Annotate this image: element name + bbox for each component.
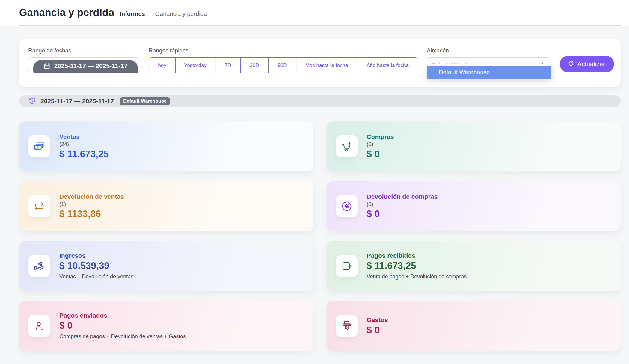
card-body: Gastos $ 0 xyxy=(367,316,388,336)
card-subtitle: Venta de pagos + Devolución de compras xyxy=(367,274,467,280)
quick-range-7d-button[interactable]: 7D xyxy=(215,58,241,73)
filter-panel: Rango de fechas 2025-11-17 — 2025-11-17 … xyxy=(19,39,621,87)
quick-ranges-button-group: hoy Yesterday 7D 30D 90D Mes hasta la fe… xyxy=(149,57,418,73)
card-body: Ingresos $ 10.539,39 Ventas – Devolución… xyxy=(59,252,133,280)
card-subtitle: Compras de pagos + Devolución de ventas … xyxy=(59,333,186,340)
date-range-label: Rango de fechas xyxy=(28,47,140,54)
receipt-printer-icon: $ xyxy=(336,315,358,337)
card-ventas: $ Ventas (24) $ 11.673,25 xyxy=(19,121,313,171)
summary-warehouse-badge: Default Warehouse xyxy=(120,97,170,105)
quick-range-hoy-button[interactable]: hoy xyxy=(149,58,176,73)
card-body: Pagos recibidos $ 11.673,25 Venta de pag… xyxy=(367,252,467,280)
breadcrumb-parent[interactable]: Informes xyxy=(120,10,145,17)
card-amount: $ 11.673,25 xyxy=(367,260,467,271)
card-body: Compras (0) $ 0 xyxy=(367,133,394,160)
svg-text:$: $ xyxy=(346,326,347,329)
card-body: Devolución de ventas (1) $ 1133,86 xyxy=(59,193,124,219)
card-amount: $ 1133,86 xyxy=(59,209,124,219)
card-title: Pagos enviados xyxy=(59,312,186,319)
card-body: Ventas (24) $ 11.673,25 xyxy=(59,133,109,160)
calendar-icon xyxy=(43,62,50,71)
quick-ranges-label: Rangos rápidos xyxy=(149,47,418,54)
card-pagos-recibidos: Pagos recibidos $ 11.673,25 Venta de pag… xyxy=(327,241,621,291)
quick-range-30d-button[interactable]: 30D xyxy=(241,58,269,73)
banknotes-icon: $ xyxy=(28,135,50,157)
hand-coins-icon xyxy=(28,255,50,277)
card-amount: $ 0 xyxy=(59,320,186,331)
update-button[interactable]: Actualizar xyxy=(560,56,614,72)
card-devolucion-compras: Devolución de compras (0) $ 0 xyxy=(327,181,621,231)
breadcrumb: Informes | Ganancia y perdida xyxy=(120,10,207,18)
page-header: Ganancia y perdida Informes | Ganancia y… xyxy=(0,0,629,26)
svg-text:$: $ xyxy=(37,145,39,149)
quick-range-year-to-date-button[interactable]: Año hasta la fecha xyxy=(357,58,418,73)
card-count: (24) xyxy=(59,141,109,148)
card-amount: $ 10.539,39 xyxy=(59,260,133,271)
card-gastos: $ Gastos $ 0 xyxy=(327,301,621,351)
date-range-input[interactable]: 2025-11-17 — 2025-11-17 xyxy=(28,57,140,73)
person-minus-icon xyxy=(28,315,50,337)
card-title: Ingresos xyxy=(59,252,133,259)
card-compras: Compras (0) $ 0 xyxy=(327,121,621,171)
alarm-clock-icon xyxy=(28,97,36,106)
card-title: Gastos xyxy=(367,316,388,324)
card-title: Devolución de ventas xyxy=(59,193,124,200)
card-title: Devolución de compras xyxy=(367,193,438,200)
warehouse-option-default[interactable]: Default Warehouse xyxy=(427,66,551,79)
card-subtitle: Ventas – Devolución de ventas xyxy=(59,274,133,280)
quick-range-yesterday-button[interactable]: Yesterday xyxy=(176,58,215,73)
card-count: (0) xyxy=(367,141,394,148)
date-range-value: 2025-11-17 — 2025-11-17 xyxy=(54,62,127,69)
card-body: Devolución de compras (0) $ 0 xyxy=(367,193,438,219)
date-range-pill: 2025-11-17 — 2025-11-17 xyxy=(33,60,138,73)
quick-ranges-group: Rangos rápidos hoy Yesterday 7D 30D 90D … xyxy=(149,47,418,73)
card-pagos-enviados: Pagos enviados $ 0 Compras de pagos + De… xyxy=(19,301,313,351)
card-amount: $ 0 xyxy=(367,209,438,219)
card-count: (0) xyxy=(367,201,438,207)
quick-range-month-to-date-button[interactable]: Mes hasta la fecha xyxy=(296,58,357,73)
main-content: Rango de fechas 2025-11-17 — 2025-11-17 … xyxy=(0,26,629,359)
breadcrumb-current: Ganancia y perdida xyxy=(155,10,207,17)
card-ingresos: Ingresos $ 10.539,39 Ventas – Devolución… xyxy=(19,241,313,291)
return-arrow-icon xyxy=(336,195,358,217)
quick-range-90d-button[interactable]: 90D xyxy=(269,58,296,73)
card-title: Ventas xyxy=(59,133,109,140)
warehouse-label: Almacén xyxy=(427,47,551,54)
card-amount: $ 11.673,25 xyxy=(59,149,109,160)
card-devolucion-ventas: Devolución de ventas (1) $ 1133,86 xyxy=(19,181,313,231)
wallet-icon xyxy=(336,255,358,277)
breadcrumb-separator: | xyxy=(149,10,151,18)
card-count: (1) xyxy=(59,201,124,207)
warehouse-dropdown: Default Warehouse xyxy=(427,64,551,79)
page-title: Ganancia y perdida xyxy=(19,7,114,18)
card-amount: $ 0 xyxy=(367,149,394,160)
date-range-group: Rango de fechas 2025-11-17 — 2025-11-17 xyxy=(28,47,140,73)
stat-cards-grid: $ Ventas (24) $ 11.673,25 Compras (0) $ … xyxy=(19,121,621,359)
warehouse-group: Almacén Default Warehouse Default Wareho… xyxy=(427,47,551,73)
refresh-icon xyxy=(568,60,574,68)
card-body: Pagos enviados $ 0 Compras de pagos + De… xyxy=(59,312,186,340)
update-button-label: Actualizar xyxy=(577,60,605,68)
summary-bar: 2025-11-17 — 2025-11-17 Default Warehous… xyxy=(19,95,621,107)
summary-date-range: 2025-11-17 — 2025-11-17 xyxy=(40,98,114,105)
card-amount: $ 0 xyxy=(367,325,388,336)
card-title: Compras xyxy=(367,133,394,140)
repeat-icon xyxy=(28,195,50,217)
card-title: Pagos recibidos xyxy=(367,252,467,259)
cart-plus-icon xyxy=(336,135,358,157)
